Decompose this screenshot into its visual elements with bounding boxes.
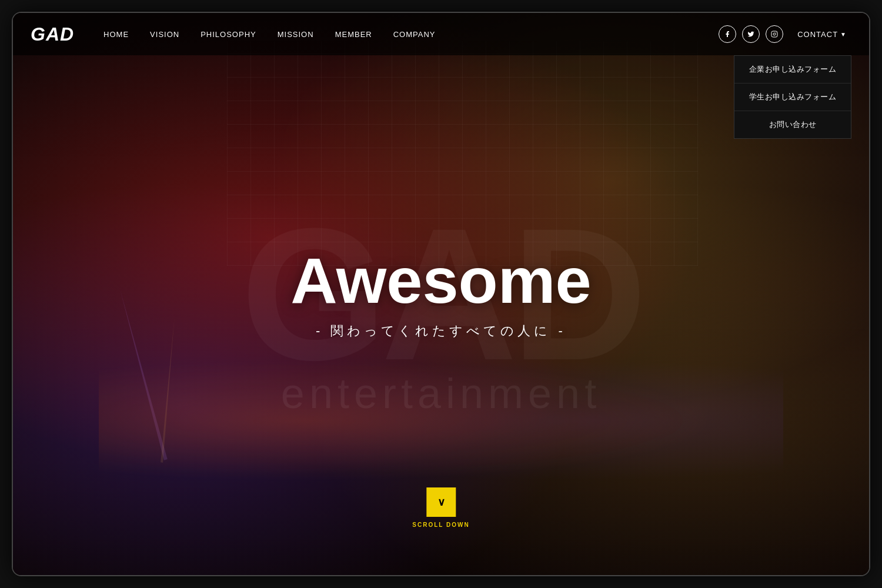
dropdown-student-form[interactable]: 学生お申し込みフォーム	[734, 83, 851, 111]
svg-rect-0	[771, 31, 777, 37]
nav-links: HOME VISION PHILOSOPHY MISSION MEMBER CO…	[103, 30, 719, 39]
hero-title: Awesome	[13, 248, 869, 313]
dropdown-corporate-form[interactable]: 企業お申し込みフォーム	[734, 56, 851, 83]
twitter-icon[interactable]	[742, 25, 760, 43]
site-logo[interactable]: GAD	[31, 24, 74, 45]
contact-button[interactable]: CONTACT ▼	[793, 28, 851, 41]
scroll-down-label: SCROLL DOWN	[412, 522, 469, 528]
instagram-icon[interactable]	[766, 25, 783, 43]
contact-dropdown: 企業お申し込みフォーム 学生お申し込みフォーム お問い合わせ	[734, 55, 851, 139]
svg-point-1	[773, 33, 776, 35]
facebook-icon[interactable]	[719, 25, 736, 43]
scroll-arrow-icon: ∨	[437, 496, 445, 509]
dropdown-contact[interactable]: お問い合わせ	[734, 111, 851, 138]
navbar: GAD HOME VISION PHILOSOPHY MISSION MEMBE…	[13, 13, 869, 55]
scroll-down-container: ∨ SCROLL DOWN	[412, 487, 469, 528]
nav-member[interactable]: MEMBER	[335, 30, 372, 39]
device-frame: GAD entertainment GAD HOME VISION PHILOS…	[12, 12, 870, 576]
contact-label: CONTACT	[797, 30, 838, 39]
nav-home[interactable]: HOME	[103, 30, 129, 39]
hero-content: Awesome - 関わってくれたすべての人に -	[13, 248, 869, 340]
nav-vision[interactable]: VISION	[150, 30, 179, 39]
hero-subtitle: - 関わってくれたすべての人に -	[13, 322, 869, 340]
nav-right: CONTACT ▼	[719, 25, 851, 43]
nav-philosophy[interactable]: PHILOSOPHY	[201, 30, 256, 39]
svg-point-2	[776, 32, 776, 33]
nav-mission[interactable]: MISSION	[278, 30, 314, 39]
scroll-down-button[interactable]: ∨	[426, 487, 456, 517]
entertainment-watermark: entertainment	[281, 369, 601, 417]
chevron-down-icon: ▼	[840, 31, 847, 38]
nav-company[interactable]: COMPANY	[393, 30, 436, 39]
social-icons	[719, 25, 783, 43]
